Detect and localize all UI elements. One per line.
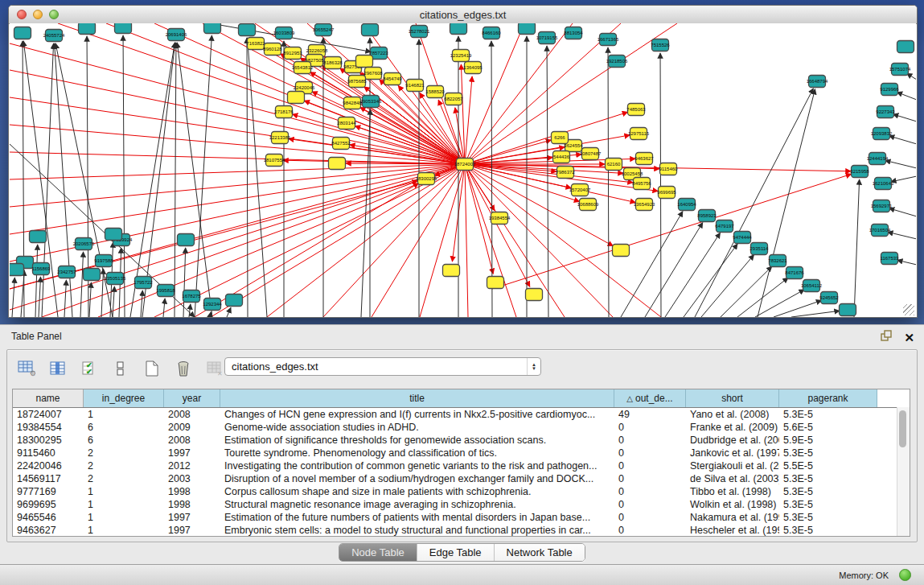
graph-node[interactable]: 6822057 [444, 93, 463, 105]
graph-node[interactable]: 1678275 [182, 290, 201, 303]
graph-node[interactable]: 12213381 [269, 132, 291, 144]
graph-node[interactable] [526, 289, 543, 301]
show-columns-icon[interactable] [48, 359, 68, 378]
graph-node[interactable]: 1640954 [677, 199, 696, 211]
graph-node[interactable]: 2967608 [363, 68, 383, 80]
graph-node[interactable]: 16648794 [807, 76, 828, 88]
graph-node[interactable] [105, 229, 122, 241]
graph-node[interactable] [519, 23, 536, 35]
graph-node[interactable] [79, 23, 96, 35]
graph-node[interactable]: 1156869 [32, 263, 51, 275]
graph-node[interactable] [30, 231, 47, 243]
table-row[interactable]: 1938455462009Genome-wide association stu… [13, 421, 910, 434]
zoom-window-button[interactable] [49, 10, 59, 19]
graph-node[interactable]: 9197588 [94, 255, 113, 267]
graph-node[interactable]: 17016504 [869, 225, 891, 237]
graph-node[interactable] [487, 277, 504, 289]
graph-node[interactable]: 8427552 [331, 138, 351, 150]
graph-node[interactable]: 15278021 [409, 26, 430, 38]
graph-node[interactable]: 6266 [552, 132, 569, 144]
column-header-pagerank[interactable]: pagerank [779, 389, 877, 407]
graph-node[interactable]: 15751074 [889, 64, 911, 76]
tab-network-table[interactable]: Network Table [494, 544, 585, 561]
graph-node[interactable]: 15692971 [871, 200, 893, 212]
graph-node[interactable]: 8912953 [283, 47, 302, 60]
graph-node[interactable] [450, 23, 467, 35]
graph-node[interactable]: 9245652 [819, 292, 839, 304]
graph-node[interactable]: 9463627 [634, 153, 654, 165]
network-graph[interactable]: 2405572420691406160338091065524715278021… [10, 23, 916, 317]
vertical-scrollbar[interactable] [897, 407, 910, 536]
graph-node[interactable]: 10719155 [536, 32, 558, 44]
graph-node[interactable]: 2803144 [337, 117, 356, 130]
graph-node[interactable] [288, 92, 305, 104]
graph-node[interactable]: 20206576 [73, 238, 95, 250]
table-row[interactable]: 969969511998Structural magnetic resonanc… [13, 498, 910, 511]
graph-node[interactable]: 24055724 [43, 30, 65, 42]
graph-node[interactable]: 12093832 [871, 128, 893, 140]
column-header-name[interactable]: name [13, 389, 84, 407]
graph-node[interactable]: 8186328 [323, 57, 343, 69]
graph-node[interactable]: 16210643 [873, 178, 894, 190]
graph-node[interactable] [613, 245, 630, 257]
graph-node[interactable]: 8960128 [263, 43, 282, 56]
graph-node[interactable]: 1292344 [203, 299, 222, 311]
graph-node[interactable]: 18724007 [454, 159, 476, 171]
network-canvas[interactable]: 2405572420691406160338091065524715278021… [10, 23, 916, 317]
table-row[interactable]: 946362711997Embryonic stem cells: a mode… [13, 524, 910, 537]
graph-node[interactable]: 13654923 [634, 199, 655, 211]
graph-node[interactable]: 12325419 [450, 50, 472, 62]
table-row[interactable]: 911546021997Tourette syndrome. Phenomeno… [13, 447, 910, 459]
close-panel-icon[interactable]: ✕ [904, 332, 914, 344]
graph-node[interactable]: 9699695 [657, 187, 676, 199]
new-column-icon[interactable] [142, 359, 162, 378]
tab-node-table[interactable]: Node Table [339, 544, 417, 561]
graph-node[interactable]: 2342757 [57, 266, 76, 278]
graph-node[interactable] [329, 158, 346, 170]
table-row[interactable]: 1830029562008Estimation of significance … [13, 434, 910, 447]
graph-node[interactable]: 8495756 [632, 178, 651, 190]
graph-node[interactable]: 18300295 [416, 173, 437, 185]
graph-node[interactable]: 1167533 [881, 253, 900, 265]
graph-node[interactable]: 8466160 [482, 27, 501, 39]
network-view-window[interactable]: citations_edges.txt 24055724206914061603… [8, 5, 918, 318]
rows-icon[interactable] [111, 359, 130, 378]
graph-node[interactable] [362, 24, 379, 36]
graph-node[interactable] [178, 234, 195, 246]
close-window-button[interactable] [17, 10, 27, 19]
graph-node[interactable]: 19384554 [489, 212, 511, 225]
delete-column-icon[interactable] [174, 359, 193, 378]
graph-node[interactable]: 10654112 [801, 280, 823, 292]
graph-node[interactable]: 2718176 [274, 106, 294, 118]
graph-node[interactable]: 12444194 [867, 153, 889, 165]
column-header-title[interactable]: title [220, 389, 614, 407]
table-row[interactable]: 1456911722003Disruption of a novel membe… [13, 472, 910, 485]
table-mode-icon[interactable]: ⚙ [17, 359, 36, 378]
graph-node[interactable]: 19218506 [606, 56, 628, 68]
graph-node[interactable] [14, 27, 31, 39]
tab-edge-table[interactable]: Edge Table [417, 544, 494, 561]
graph-node[interactable]: 20691406 [166, 29, 187, 41]
graph-node[interactable] [115, 23, 132, 34]
graph-node[interactable]: 7986372 [556, 167, 575, 179]
graph-node[interactable]: 9474444 [733, 232, 752, 244]
graph-node[interactable]: 15720407 [569, 184, 591, 196]
window-titlebar[interactable]: citations_edges.txt [9, 6, 917, 24]
graph-node[interactable]: 8454749 [383, 73, 402, 85]
graph-node[interactable]: 29053346 [360, 96, 382, 108]
graph-node[interactable]: 8958923 [697, 210, 717, 222]
graph-node[interactable] [840, 304, 856, 316]
graph-node[interactable]: 2935114 [750, 243, 770, 255]
graph-node[interactable]: 9146821 [405, 80, 425, 92]
graph-node[interactable]: 10688609 [577, 199, 599, 211]
resize-grip-icon[interactable] [903, 304, 914, 315]
graph-node[interactable]: 9875685 [347, 76, 367, 88]
graph-node[interactable]: 16543812 [292, 62, 314, 74]
graph-node[interactable]: 8471676 [785, 267, 804, 279]
graph-node[interactable] [226, 295, 243, 307]
table-row[interactable]: 1872400712008Changes of HCN gene express… [13, 408, 910, 421]
table-row[interactable]: 2242004622012Investigating the contribut… [13, 459, 910, 472]
graph-node[interactable]: 12975115 [628, 128, 650, 140]
graph-node[interactable]: 1364095 [463, 62, 483, 74]
graph-node[interactable]: 7515526 [651, 39, 670, 51]
